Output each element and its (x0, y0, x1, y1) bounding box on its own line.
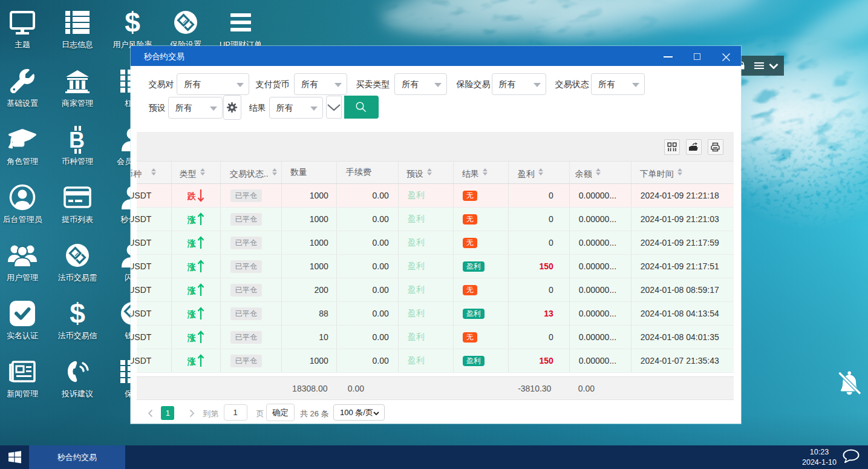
svg-text:$: $ (125, 7, 140, 38)
svg-text:$: $ (70, 298, 85, 329)
svg-text:B: B (69, 128, 85, 153)
